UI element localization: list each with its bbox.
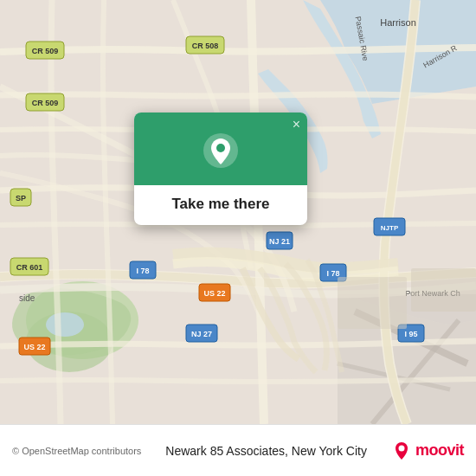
- svg-text:I 95: I 95: [404, 330, 417, 338]
- svg-text:SP: SP: [16, 194, 26, 203]
- popup-label[interactable]: Take me there: [158, 185, 283, 225]
- svg-point-43: [216, 144, 225, 152]
- svg-text:US 22: US 22: [23, 343, 45, 351]
- svg-text:NJ 21: NJ 21: [269, 237, 290, 246]
- moovit-icon: [391, 441, 412, 461]
- copyright-text: © OpenStreetMap contributors: [12, 446, 141, 456]
- svg-text:CR 508: CR 508: [192, 42, 219, 50]
- map-container: CR 509 CR 508 CR 509 SP CR 601 I 78 I 78…: [0, 0, 476, 424]
- svg-text:CR 509: CR 509: [32, 47, 59, 55]
- location-title: Newark 85 Associates, New York City: [141, 444, 391, 458]
- moovit-logo: moovit: [391, 441, 464, 461]
- svg-rect-40: [411, 268, 476, 312]
- svg-text:CR 601: CR 601: [16, 263, 43, 272]
- svg-text:I 78: I 78: [136, 267, 149, 275]
- svg-text:NJTP: NJTP: [381, 224, 399, 232]
- close-button[interactable]: ×: [293, 118, 300, 132]
- svg-point-7: [46, 312, 84, 337]
- svg-text:Harrison: Harrison: [380, 17, 416, 28]
- location-pin-icon: [202, 132, 240, 170]
- svg-text:I 78: I 78: [326, 269, 339, 278]
- svg-point-44: [398, 445, 404, 451]
- svg-rect-39: [338, 277, 407, 329]
- popup-icon-area: ×: [134, 113, 307, 185]
- popup-card: × Take me there: [134, 113, 307, 225]
- svg-text:side: side: [19, 293, 35, 303]
- moovit-text: moovit: [415, 441, 464, 460]
- svg-text:NJ 27: NJ 27: [191, 330, 212, 338]
- svg-text:CR 509: CR 509: [32, 99, 59, 107]
- svg-text:US 22: US 22: [203, 289, 225, 298]
- bottom-bar: © OpenStreetMap contributors Newark 85 A…: [0, 424, 476, 476]
